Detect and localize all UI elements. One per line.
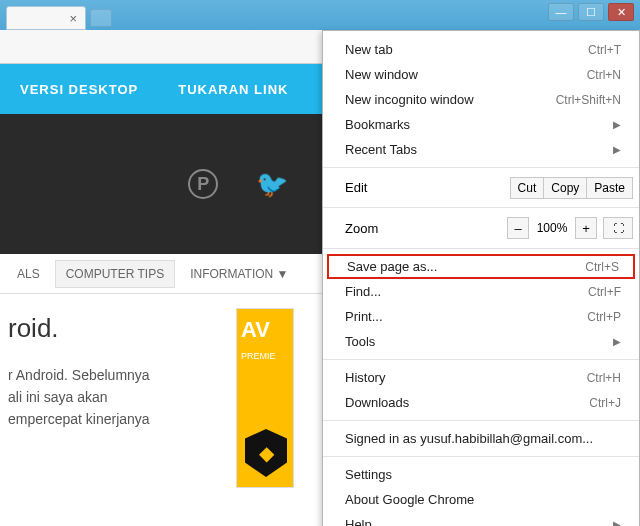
menu-recent-tabs[interactable]: Recent Tabs▶ (323, 137, 639, 162)
article-line: ali ini saya akan (8, 386, 216, 408)
menu-edit-label: Edit (345, 180, 510, 195)
menu-new-window[interactable]: New windowCtrl+N (323, 62, 639, 87)
menu-settings[interactable]: Settings (323, 462, 639, 487)
edit-paste-button[interactable]: Paste (587, 177, 633, 199)
menu-print[interactable]: Print...Ctrl+P (323, 304, 639, 329)
chrome-main-menu: New tabCtrl+T New windowCtrl+N New incog… (322, 30, 640, 526)
menu-new-tab[interactable]: New tabCtrl+T (323, 37, 639, 62)
zoom-value: 100% (529, 221, 575, 235)
zoom-in-button[interactable]: + (575, 217, 597, 239)
fullscreen-button[interactable]: ⛶ (603, 217, 633, 239)
sidebar-ad[interactable]: AV PREMIE ◆ (236, 308, 294, 488)
pinterest-icon[interactable]: P (188, 169, 218, 199)
shield-icon: ◆ (245, 429, 287, 477)
article-title: roid. (8, 308, 216, 350)
nav-tukaran-link[interactable]: TUKARAN LINK (178, 82, 288, 97)
new-tab-button[interactable] (90, 9, 112, 27)
window-titlebar: × — ☐ ✕ (0, 0, 640, 30)
menu-tools[interactable]: Tools▶ (323, 329, 639, 354)
ad-title: AV (237, 309, 293, 351)
tab-computer-tips[interactable]: COMPUTER TIPS (55, 260, 175, 288)
menu-history[interactable]: HistoryCtrl+H (323, 365, 639, 390)
submenu-arrow-icon: ▶ (613, 519, 621, 526)
submenu-arrow-icon: ▶ (613, 336, 621, 347)
submenu-arrow-icon: ▶ (613, 119, 621, 130)
article-body: roid. r Android. Sebelumnya ali ini saya… (0, 294, 230, 488)
close-button[interactable]: ✕ (608, 3, 634, 21)
tab-information[interactable]: INFORMATION ▼ (179, 260, 299, 288)
menu-save-page-as[interactable]: Save page as...Ctrl+S (327, 254, 635, 279)
tab-als[interactable]: ALS (6, 260, 51, 288)
menu-find[interactable]: Find...Ctrl+F (323, 279, 639, 304)
submenu-arrow-icon: ▶ (613, 144, 621, 155)
edit-copy-button[interactable]: Copy (544, 177, 587, 199)
menu-zoom-row: Zoom – 100% + ⛶ (323, 213, 639, 243)
menu-about[interactable]: About Google Chrome (323, 487, 639, 512)
nav-versi-desktop[interactable]: VERSI DESKTOP (20, 82, 138, 97)
menu-bookmarks[interactable]: Bookmarks▶ (323, 112, 639, 137)
menu-signed-in[interactable]: Signed in as yusuf.habibillah@gmail.com.… (323, 426, 639, 451)
menu-incognito[interactable]: New incognito windowCtrl+Shift+N (323, 87, 639, 112)
browser-tab[interactable]: × (6, 6, 86, 30)
zoom-out-button[interactable]: – (507, 217, 529, 239)
menu-edit-row: Edit Cut Copy Paste (323, 173, 639, 202)
ad-subtitle: PREMIE (237, 351, 293, 361)
maximize-button[interactable]: ☐ (578, 3, 604, 21)
article-line: r Android. Sebelumnya (8, 364, 216, 386)
article-line: empercepat kinerjanya (8, 408, 216, 430)
menu-zoom-label: Zoom (345, 221, 507, 236)
twitter-icon[interactable]: 🐦 (256, 169, 288, 200)
edit-cut-button[interactable]: Cut (510, 177, 545, 199)
menu-downloads[interactable]: DownloadsCtrl+J (323, 390, 639, 415)
menu-help[interactable]: Help▶ (323, 512, 639, 526)
minimize-button[interactable]: — (548, 3, 574, 21)
